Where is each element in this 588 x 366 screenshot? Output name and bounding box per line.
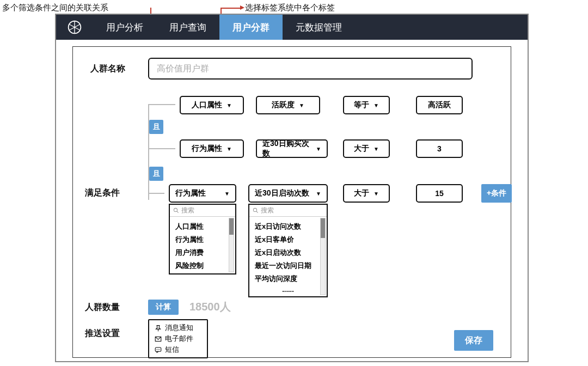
chevron-down-icon: ▼ [226,146,232,152]
label-conditions: 满足条件 [85,187,120,199]
nav-user-analysis[interactable]: 用户分析 [93,15,156,40]
attr-option[interactable]: 平均访问深度 [255,272,321,285]
scrollbar-thumb[interactable] [229,218,234,235]
dropdown-search[interactable]: 搜索 [249,205,327,217]
cat-option[interactable]: 风险控制 [175,259,230,272]
attr-option-more[interactable]: ······ [255,285,321,296]
row2-operator-select[interactable]: 大于▼ [343,139,390,158]
cat-option[interactable]: 用户消费 [175,246,230,259]
content-panel: 人群名称 高价值用户群 满足条件 且 且 人口属性▼ 活跃度▼ 等于▼ 高活跃 … [72,46,511,358]
mail-icon [155,335,162,343]
svg-point-7 [156,349,157,350]
globe-icon [67,20,82,35]
top-nav: 用户分析 用户查询 用户分群 元数据管理 [56,15,528,40]
row3-value[interactable]: 15 [416,184,463,203]
input-group-name[interactable]: 高价值用户群 [148,58,473,80]
svg-line-4 [256,211,258,213]
push-option-notify[interactable]: 消息通知 [155,322,201,333]
chevron-down-icon: ▼ [373,191,379,197]
push-option-sms[interactable]: 短信 [155,344,201,355]
row2-attribute-select[interactable]: 近30日购买次数▼ [256,139,328,158]
category-dropdown[interactable]: 搜索 人口属性 行为属性 用户消费 风险控制 [169,204,236,274]
and-join-1[interactable]: 且 [149,120,163,134]
label-group-name: 人群名称 [90,63,125,75]
app-window: 用户分析 用户查询 用户分群 元数据管理 人群名称 高价值用户群 满足条件 且 … [55,14,529,362]
callout-tags-label: 选择标签系统中各个标签 [245,3,335,13]
attr-option[interactable]: 近x日启动次数 [255,246,321,259]
chevron-down-icon: ▼ [316,191,321,197]
chevron-down-icon: ▼ [224,191,230,197]
row3-category-select[interactable]: 行为属性▼ [169,184,236,203]
svg-line-2 [177,211,179,213]
cond-branch-2 [148,148,175,149]
row2-value[interactable]: 3 [416,139,463,158]
cond-tree-trunk [148,104,149,200]
attribute-dropdown[interactable]: 搜索 近x日访问次数 近x日客单价 近x日启动次数 最近一次访问日期 平均访问深… [248,204,328,297]
chevron-down-icon: ▼ [316,146,321,152]
search-icon [173,208,179,213]
chevron-down-icon: ▼ [226,102,232,108]
row3-operator-select[interactable]: 大于▼ [343,184,390,203]
push-options-box: 消息通知 电子邮件 短信 [148,319,208,358]
calculate-button[interactable]: 计算 [148,300,179,315]
attr-option[interactable]: 近x日客单价 [255,233,321,246]
add-condition-button[interactable]: +条件 [481,184,512,203]
cat-option[interactable]: 人口属性 [175,220,230,233]
svg-point-1 [174,208,177,211]
svg-point-9 [159,349,160,350]
sms-icon [155,346,162,353]
attr-option[interactable]: 近x日访问次数 [255,220,321,233]
attr-option[interactable]: 最近一次访问日期 [255,259,321,272]
svg-point-8 [158,349,158,350]
chevron-down-icon: ▼ [299,102,304,108]
label-count: 人群数量 [85,302,120,313]
nav-user-segment[interactable]: 用户分群 [219,15,283,40]
label-push: 推送设置 [85,328,120,339]
row1-value[interactable]: 高活跃 [416,96,463,114]
row1-attribute-select[interactable]: 活跃度▼ [256,96,320,114]
row2-category-select[interactable]: 行为属性▼ [180,139,244,158]
nav-metadata[interactable]: 元数据管理 [283,15,355,40]
input-group-name-placeholder: 高价值用户群 [157,63,209,75]
scrollbar[interactable] [229,218,234,272]
row1-category-select[interactable]: 人口属性▼ [180,96,244,114]
nav-user-query[interactable]: 用户查询 [156,15,219,40]
row1-operator-select[interactable]: 等于▼ [343,96,390,114]
scrollbar[interactable] [320,218,326,295]
pin-icon [155,325,162,332]
scrollbar-thumb[interactable] [321,218,325,238]
push-option-email[interactable]: 电子邮件 [155,333,201,344]
logo [56,15,93,40]
svg-point-3 [253,208,256,211]
chevron-down-icon: ▼ [373,102,379,108]
search-icon [253,208,259,213]
chevron-down-icon: ▼ [373,146,379,152]
and-join-2[interactable]: 且 [149,167,163,181]
callout-relation-label: 多个筛选条件之间的关联关系 [2,3,108,13]
cond-branch-1 [148,104,175,105]
row3-attribute-select[interactable]: 近30日启动次数▼ [248,184,328,203]
dropdown-search[interactable]: 搜索 [170,205,235,217]
cat-option[interactable]: 行为属性 [175,233,230,246]
count-value: 18500人 [189,300,231,314]
cond-branch-3 [148,193,164,194]
save-button[interactable]: 保存 [454,330,493,351]
callout-tags-line-h [220,8,242,9]
